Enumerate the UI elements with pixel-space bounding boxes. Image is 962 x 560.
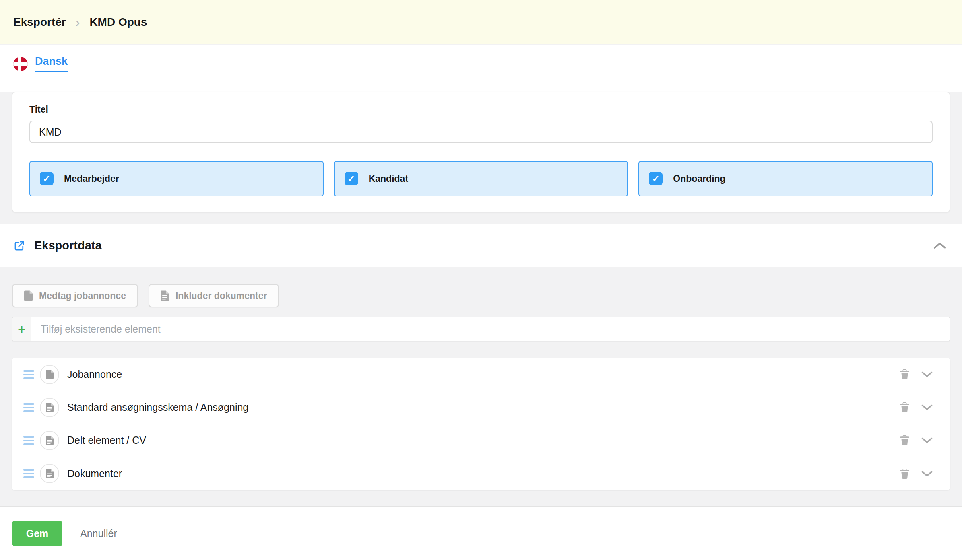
type-checkbox-group: ✓ Medarbejder ✓ Kandidat ✓ Onboarding	[29, 161, 933, 196]
list-item-label: Dokumenter	[67, 468, 122, 480]
expand-item-button[interactable]	[921, 371, 933, 378]
checked-checkbox-icon[interactable]: ✓	[40, 172, 54, 185]
language-row: Dansk	[0, 45, 962, 92]
list-item-jobannonce: Jobannonce	[12, 358, 950, 391]
checkbox-tile-onboarding[interactable]: ✓ Onboarding	[638, 161, 933, 196]
element-avatar	[40, 464, 59, 483]
collapse-section-button[interactable]	[933, 242, 947, 249]
checked-checkbox-icon[interactable]: ✓	[649, 172, 663, 185]
document-lines-icon	[46, 436, 54, 445]
list-item-label: Jobannonce	[67, 369, 122, 380]
add-plus-button[interactable]: +	[12, 317, 31, 341]
add-existing-element-input[interactable]	[31, 317, 950, 341]
document-lines-icon	[161, 290, 169, 301]
footer-action-bar: Gem Annullér	[0, 506, 962, 560]
list-item-ansogning: Standard ansøgningsskema / Ansøgning	[12, 391, 950, 424]
checkbox-tile-label: Kandidat	[369, 173, 408, 184]
chevron-down-icon	[921, 404, 933, 411]
document-lines-icon	[46, 469, 54, 478]
include-documents-label: Inkluder dokumenter	[175, 290, 267, 301]
row-actions	[900, 435, 933, 445]
list-item-dokumenter: Dokumenter	[12, 457, 950, 490]
breadcrumb-separator-icon: ›	[76, 16, 80, 29]
export-settings-card: Titel ✓ Medarbejder ✓ Kandidat ✓ Onboard…	[12, 92, 950, 212]
chevron-down-icon	[921, 470, 933, 477]
expand-item-button[interactable]	[921, 437, 933, 444]
expand-item-button[interactable]	[921, 470, 933, 477]
cancel-button[interactable]: Annullér	[80, 528, 117, 539]
export-data-section-header: Eksportdata	[0, 224, 962, 267]
chevron-down-icon	[921, 437, 933, 444]
add-existing-element-bar: +	[12, 317, 950, 341]
element-avatar	[40, 431, 59, 450]
list-item-label: Standard ansøgningsskema / Ansøgning	[67, 401, 248, 413]
delete-item-button[interactable]	[900, 402, 909, 412]
element-avatar	[40, 365, 59, 384]
row-actions	[900, 469, 933, 479]
checkbox-tile-label: Medarbejder	[64, 173, 119, 184]
export-toolbar: Medtag jobannonce Inkluder dokumenter	[12, 284, 279, 307]
save-button[interactable]: Gem	[12, 521, 62, 546]
include-job-ad-label: Medtag jobannonce	[39, 290, 126, 301]
list-item-label: Delt element / CV	[67, 434, 146, 446]
delete-item-button[interactable]	[900, 435, 909, 445]
delete-item-button[interactable]	[900, 369, 909, 379]
checkbox-tile-medarbejder[interactable]: ✓ Medarbejder	[29, 161, 324, 196]
row-actions	[900, 369, 933, 379]
checkbox-tile-label: Onboarding	[673, 173, 725, 184]
delete-item-button[interactable]	[900, 469, 909, 479]
breadcrumb-parent[interactable]: Eksportér	[13, 16, 66, 29]
row-actions	[900, 402, 933, 412]
document-lines-icon	[46, 403, 54, 412]
language-tab-dansk[interactable]: Dansk	[13, 55, 68, 72]
include-documents-button[interactable]: Inkluder dokumenter	[149, 284, 279, 307]
language-tab-label: Dansk	[35, 55, 68, 72]
trash-icon	[900, 369, 909, 379]
list-item-cv: Delt element / CV	[12, 424, 950, 457]
trash-icon	[900, 469, 909, 479]
drag-handle-icon[interactable]	[23, 434, 34, 447]
page-header-banner: Eksportér › KMD Opus	[0, 0, 962, 44]
breadcrumb-current: KMD Opus	[89, 16, 147, 29]
drag-handle-icon[interactable]	[23, 467, 34, 480]
chevron-down-icon	[921, 371, 933, 378]
title-input[interactable]	[29, 121, 933, 143]
export-external-link-icon	[13, 240, 25, 252]
checkbox-tile-kandidat[interactable]: ✓ Kandidat	[334, 161, 628, 196]
checked-checkbox-icon[interactable]: ✓	[345, 172, 358, 185]
export-element-list: Jobannonce	[12, 358, 950, 490]
drag-handle-icon[interactable]	[23, 368, 34, 381]
trash-icon	[900, 402, 909, 412]
document-icon	[46, 370, 54, 379]
element-avatar	[40, 398, 59, 417]
include-job-ad-button[interactable]: Medtag jobannonce	[12, 284, 138, 307]
chevron-up-icon	[933, 242, 947, 249]
plus-icon: +	[18, 322, 25, 337]
trash-icon	[900, 435, 909, 445]
export-section-title: Eksportdata	[34, 239, 102, 252]
danish-flag-icon	[13, 57, 28, 71]
drag-handle-icon[interactable]	[23, 401, 34, 414]
document-icon	[24, 290, 33, 301]
title-field-label: Titel	[29, 104, 933, 115]
expand-item-button[interactable]	[921, 404, 933, 411]
